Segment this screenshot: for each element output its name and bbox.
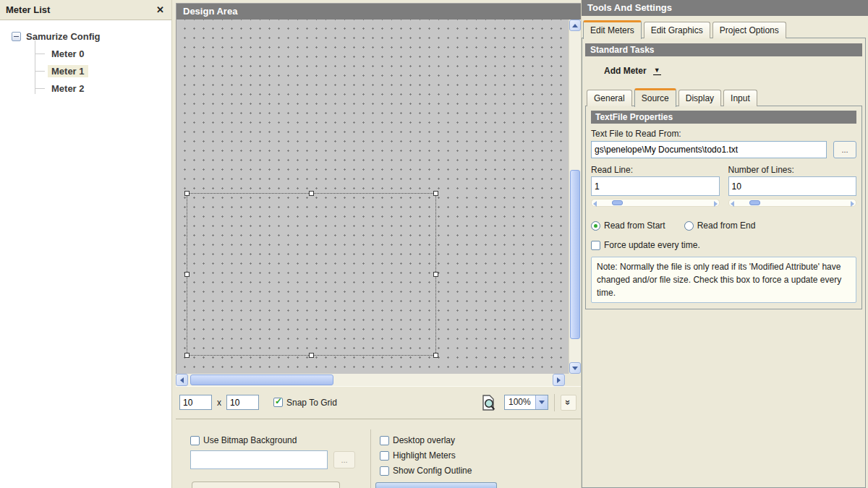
tab-project-options[interactable]: Project Options	[712, 22, 786, 38]
tree-item-meter-1[interactable]: Meter 1	[0, 62, 171, 80]
resize-handle-middle-right[interactable]	[433, 272, 438, 277]
tree-item-label: Meter 2	[48, 82, 88, 95]
show-config-outline-option[interactable]: Show Config Outline	[380, 466, 472, 476]
force-update-checkbox[interactable]	[591, 241, 600, 250]
desktop-overlay-checkbox[interactable]	[380, 436, 389, 445]
show-config-outline-label: Show Config Outline	[393, 466, 472, 476]
vertical-scrollbar[interactable]	[569, 20, 581, 374]
read-from-end-radio[interactable]	[684, 221, 694, 231]
resize-handle-middle-left[interactable]	[184, 272, 190, 277]
scroll-up-button[interactable]	[569, 20, 581, 31]
file-path-label: Text File to Read From:	[591, 129, 856, 139]
meter-list-title: Meter List	[6, 4, 50, 15]
file-browse-button[interactable]: ...	[833, 141, 856, 158]
horizontal-scrollbar[interactable]	[176, 374, 565, 386]
highlight-meters-label: Highlight Meters	[393, 450, 456, 461]
slider-left-arrow-icon[interactable]	[593, 201, 597, 207]
meter-list-header: Meter List ✕	[0, 0, 171, 20]
force-update-label: Force update every time.	[604, 240, 700, 250]
tab-edit-graphics[interactable]: Edit Graphics	[644, 22, 710, 38]
scroll-down-button[interactable]	[569, 362, 581, 374]
read-line-label: Read Line:	[591, 165, 720, 175]
grid-width-input[interactable]	[179, 395, 212, 410]
slider-right-arrow-icon[interactable]	[851, 201, 854, 207]
resize-handle-bottom-right[interactable]	[433, 353, 438, 358]
number-of-lines-input[interactable]	[728, 176, 857, 196]
resize-handle-top-right[interactable]	[433, 191, 438, 196]
read-from-end-option[interactable]: Read from End	[684, 221, 756, 231]
design-area-column: Design Area x	[172, 0, 581, 488]
zoom-level-combobox[interactable]: 100%	[504, 395, 548, 410]
edit-meters-page: Standard Tasks Add Meter ▼ General Sourc…	[582, 38, 866, 488]
slider-right-arrow-icon[interactable]	[714, 201, 718, 207]
slider-left-arrow-icon[interactable]	[731, 201, 734, 207]
use-bitmap-checkbox[interactable]	[190, 436, 200, 445]
tree-item-meter-2[interactable]: Meter 2	[0, 80, 171, 97]
collapse-expander-icon[interactable]	[12, 32, 21, 41]
add-meter-button[interactable]: Add Meter ▼	[604, 66, 865, 76]
resize-handle-top-left[interactable]	[184, 191, 190, 196]
textfile-properties-title: TextFile Properties	[595, 112, 673, 122]
read-line-input[interactable]	[591, 176, 720, 196]
tree-root-samurize-config[interactable]: Samurize Config	[0, 27, 171, 45]
read-from-start-label: Read from Start	[604, 221, 665, 231]
number-of-lines-slider-thumb[interactable]	[749, 200, 760, 205]
tools-settings-header: Tools And Settings	[582, 0, 868, 16]
resize-handle-top-middle[interactable]	[309, 191, 314, 196]
snap-to-grid-checkbox[interactable]	[273, 398, 283, 407]
tab-input[interactable]: Input	[723, 90, 757, 106]
scroll-left-button[interactable]	[176, 374, 188, 386]
combo-dropdown-button[interactable]	[535, 395, 548, 409]
meter-list-panel: Meter List ✕ Samurize Config Meter 0 Met…	[0, 0, 172, 488]
tab-display[interactable]: Display	[678, 90, 721, 106]
desktop-overlay-option[interactable]: Desktop overlay	[380, 435, 472, 445]
preview-zoom-icon[interactable]	[481, 395, 495, 411]
partial-bottom-button[interactable]	[192, 481, 340, 488]
vertical-scroll-track[interactable]	[569, 31, 581, 362]
show-config-outline-checkbox[interactable]	[380, 466, 389, 476]
tab-general[interactable]: General	[587, 90, 632, 106]
meter-tab-bar: General Source Display Input	[587, 88, 865, 106]
use-bitmap-label: Use Bitmap Background	[203, 435, 297, 445]
read-from-start-radio[interactable]	[591, 221, 600, 231]
meter-selection-rect[interactable]	[187, 193, 436, 356]
close-icon[interactable]: ✕	[156, 4, 164, 15]
design-canvas[interactable]	[176, 20, 581, 374]
highlight-meters-checkbox[interactable]	[380, 451, 389, 461]
standard-tasks-label: Standard Tasks	[590, 45, 654, 55]
arrow-up-icon	[572, 24, 578, 27]
tree-children: Meter 0 Meter 1 Meter 2	[0, 45, 171, 97]
snap-to-grid-option[interactable]: Snap To Grid	[273, 398, 337, 408]
grid-height-input[interactable]	[226, 395, 259, 410]
file-path-input[interactable]	[591, 141, 827, 158]
force-update-option[interactable]: Force update every time.	[591, 240, 856, 250]
use-bitmap-option[interactable]: Use Bitmap Background	[190, 435, 367, 445]
read-line-slider[interactable]	[591, 199, 720, 207]
meter-tree: Samurize Config Meter 0 Meter 1 Meter 2	[0, 20, 171, 97]
highlight-meters-option[interactable]: Highlight Meters	[380, 450, 472, 461]
horizontal-scroll-thumb[interactable]	[190, 374, 333, 385]
bitmap-path-input[interactable]	[190, 450, 328, 469]
bitmap-browse-button[interactable]: ...	[333, 451, 355, 468]
partial-bottom-dropdown[interactable]	[375, 482, 497, 488]
main-tab-bar: Edit Meters Edit Graphics Project Option…	[582, 16, 868, 38]
toolbar-separator	[554, 394, 555, 411]
double-chevron-icon: »	[563, 400, 573, 405]
resize-handle-bottom-middle[interactable]	[309, 353, 314, 358]
scroll-right-button[interactable]	[553, 374, 565, 386]
design-toolbar: x Snap To Grid 100% »	[176, 386, 581, 419]
number-of-lines-slider[interactable]	[728, 199, 857, 207]
vertical-scroll-thumb[interactable]	[570, 170, 580, 339]
collapse-panel-button[interactable]: »	[561, 395, 576, 411]
resize-handle-bottom-left[interactable]	[184, 353, 190, 358]
snap-to-grid-label: Snap To Grid	[286, 398, 337, 408]
tab-edit-meters[interactable]: Edit Meters	[583, 20, 642, 39]
read-from-start-option[interactable]: Read from Start	[591, 221, 665, 231]
desktop-overlay-label: Desktop overlay	[393, 435, 455, 445]
number-of-lines-label: Number of Lines:	[728, 165, 857, 175]
tab-source[interactable]: Source	[634, 88, 676, 107]
dropdown-arrow-icon[interactable]: ▼	[653, 67, 661, 75]
read-line-slider-thumb[interactable]	[612, 200, 623, 205]
tree-item-meter-0[interactable]: Meter 0	[0, 45, 171, 62]
note-text: Note: Normally the file is only read if …	[591, 257, 856, 303]
